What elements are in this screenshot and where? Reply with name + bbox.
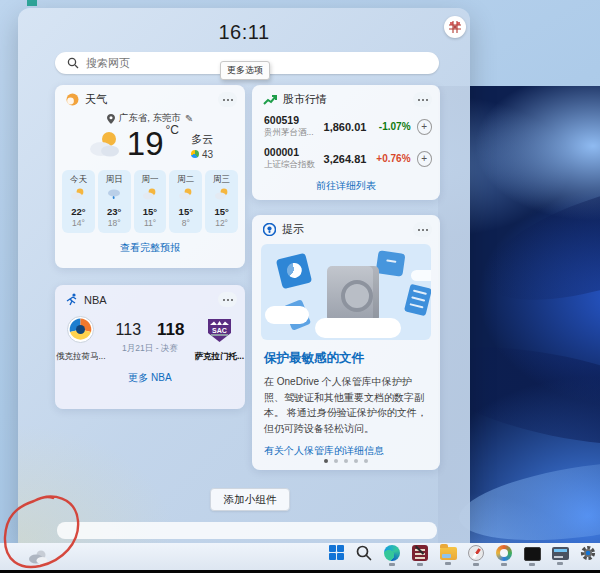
taskbar-center-icons [326, 544, 598, 567]
stock-row[interactable]: 000001 上证综合指数 3,264.81 +0.76% + [252, 139, 440, 171]
partly-cloudy-icon [214, 188, 230, 200]
more-nba-link[interactable]: 更多 NBA [55, 371, 245, 385]
cloud-shape [315, 318, 401, 338]
stock-row[interactable]: 600519 贵州茅台酒... 1,860.01 -1.07% + [252, 107, 440, 139]
home-team-name: 萨克拉门托... [193, 351, 245, 363]
forecast-day[interactable]: 周三 15° 12° [205, 170, 238, 233]
tips-widget[interactable]: 提示 保护最敏感的文件 在 OneDrive 个人保管库中保护护照、驾驶证和其他… [252, 215, 440, 470]
rain-icon [106, 188, 122, 200]
weather-more-options-button[interactable] [218, 92, 237, 107]
background-window-titlebar [57, 522, 437, 539]
compass-app-button[interactable] [466, 544, 486, 567]
terminal-button[interactable] [522, 544, 542, 567]
edge-icon [384, 545, 400, 561]
forecast-day[interactable]: 今天 22° 14° [62, 170, 95, 233]
carousel-dots [252, 459, 440, 463]
taskbar-widgets-button[interactable] [26, 545, 50, 569]
safe-vault-icon [327, 266, 379, 322]
widgets-weather-icon [28, 549, 48, 565]
forecast-high: 15° [134, 206, 167, 217]
add-stock-button[interactable]: + [417, 119, 432, 135]
forecast-low: 8° [169, 218, 202, 228]
carousel-dot[interactable] [334, 459, 338, 463]
start-button[interactable] [326, 544, 346, 567]
widgets-board: 16:11 搜索网页 更多选项 [18, 8, 470, 543]
forecast-high: 22° [62, 206, 95, 217]
nba-widget[interactable]: NBA 俄克拉荷马... 113 1 [55, 285, 245, 409]
gear-icon [580, 545, 596, 561]
forecast-day[interactable]: 周一 15° 11° [134, 170, 167, 233]
forecast-day[interactable]: 周日 23° 18° [98, 170, 131, 233]
sports-app-icon [66, 293, 78, 306]
vault-illustration [261, 244, 431, 340]
pinwheel-icon [496, 545, 512, 561]
partly-cloudy-icon [178, 188, 194, 200]
folder-icon [440, 547, 457, 560]
bloom-petal [470, 158, 600, 324]
tips-app-icon [263, 223, 276, 236]
stock-code: 000001 [264, 146, 324, 158]
forecast-high: 15° [205, 206, 238, 217]
more-options-tooltip: 更多选项 [220, 61, 270, 80]
bloom-petal [454, 448, 600, 554]
forecast-day[interactable]: 周二 15° 8° [169, 170, 202, 233]
forecast-day-label: 周一 [134, 174, 167, 186]
forecast-high: 15° [169, 206, 202, 217]
forecast-day-label: 周三 [205, 174, 238, 186]
taskbar [0, 543, 600, 570]
journal-app-button[interactable] [410, 544, 430, 567]
cloud-shape [411, 270, 431, 281]
terminal-icon [524, 547, 541, 561]
taskbar-search-button[interactable] [354, 544, 374, 567]
forecast-low: 18° [98, 218, 131, 228]
nba-more-options-button[interactable] [218, 292, 237, 307]
partly-cloudy-icon [87, 130, 123, 158]
home-score: 118 [157, 320, 184, 340]
carousel-dot[interactable] [324, 459, 328, 463]
carousel-dot[interactable] [344, 459, 348, 463]
tips-more-options-button[interactable] [413, 222, 432, 237]
tip-headline: 保护最敏感的文件 [264, 350, 428, 367]
widgets-panel-screen: 16:11 搜索网页 更多选项 [0, 0, 600, 573]
nba-widget-title: NBA [84, 294, 107, 306]
edit-location-icon[interactable]: ✎ [185, 113, 193, 124]
stock-detail-list-link[interactable]: 前往详细列表 [252, 179, 440, 193]
forecast-row: 今天 22° 14° 周日 23° 18° 周一 15° 11° [55, 170, 245, 233]
document-icon [404, 284, 431, 316]
nba-match: 俄克拉荷马... 113 118 1月21日 - 决赛 SAC [55, 316, 245, 363]
stocks-more-options-button[interactable] [413, 92, 432, 107]
pinwheel-app-button[interactable] [494, 544, 514, 567]
settings-button[interactable] [578, 544, 598, 567]
carousel-dot[interactable] [364, 459, 368, 463]
search-icon [356, 545, 372, 561]
weather-condition: 多云 [191, 133, 213, 145]
stock-price: 1,860.01 [324, 121, 367, 133]
compass-icon [468, 545, 484, 561]
full-forecast-link[interactable]: 查看完整预报 [55, 241, 245, 255]
partly-cloudy-icon [70, 188, 86, 200]
edge-browser-button[interactable] [382, 544, 402, 567]
cloud-shape [265, 306, 309, 324]
photo-tile-icon [376, 250, 406, 277]
journal-icon [412, 545, 428, 561]
weather-widget-title: 天气 [85, 92, 107, 107]
forecast-low: 14° [62, 218, 95, 228]
weather-widget[interactable]: 天气 广东省, 东莞市 ✎ 19 °C 多 [55, 85, 245, 268]
forecast-low: 11° [134, 218, 167, 228]
location-pin-icon [107, 114, 115, 124]
svg-text:SAC: SAC [212, 327, 227, 334]
add-stock-button[interactable]: + [417, 151, 432, 167]
stocks-widget[interactable]: 股市行情 600519 贵州茅台酒... 1,860.01 -1.07% + 0… [252, 85, 440, 200]
file-explorer-button[interactable] [438, 544, 458, 567]
partly-cloudy-icon [142, 188, 158, 200]
add-widgets-button[interactable]: 添加小组件 [210, 488, 290, 511]
avatar-ornament-icon [446, 18, 464, 36]
away-team-name: 俄克拉荷马... [55, 351, 107, 363]
touch-keyboard-icon [552, 547, 569, 560]
carousel-dot[interactable] [354, 459, 358, 463]
touch-keyboard-button[interactable] [550, 544, 570, 567]
account-avatar[interactable] [444, 16, 466, 38]
vault-details-link[interactable]: 有关个人保管库的详细信息 [264, 444, 428, 458]
stock-change: -1.07% [366, 121, 410, 132]
forecast-low: 12° [205, 218, 238, 228]
